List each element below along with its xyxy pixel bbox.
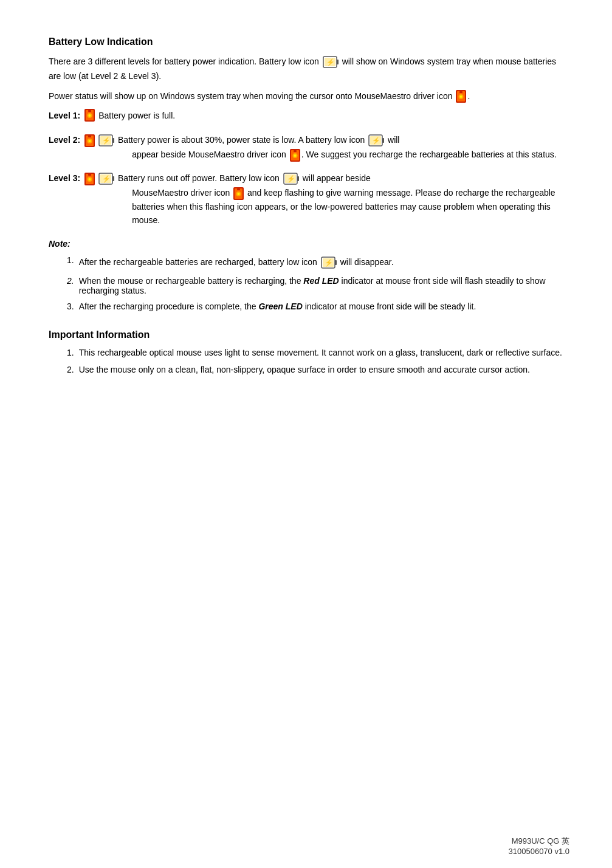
level3-icons: ⚡ (83, 171, 115, 186)
important1-number: 1. (67, 348, 74, 357)
red-led-label: Red LED (303, 276, 339, 286)
svg-rect-38 (112, 176, 114, 181)
battery-intro2: Power status will show up on Windows sys… (49, 89, 563, 103)
level3-row: Level 3: (49, 171, 563, 227)
driver-icon-level3b (233, 187, 244, 200)
note-item-2: 2. When the mouse or rechargeable batter… (67, 276, 563, 295)
svg-rect-36 (88, 174, 91, 176)
note2-number: 2. (67, 276, 74, 295)
svg-text:⚡: ⚡ (102, 174, 111, 183)
svg-rect-42 (297, 176, 299, 181)
svg-point-48 (238, 193, 240, 195)
svg-text:⚡: ⚡ (287, 174, 295, 183)
battery-low-icon-level3b: ⚡ (283, 171, 299, 186)
battery-section: Battery Low Indication There are 3 diffe… (49, 36, 563, 311)
driver-icon-level2a (84, 134, 95, 147)
battery-low-icon-intro: ⚡ (323, 55, 339, 69)
green-led-label: Green LED (258, 301, 302, 311)
svg-rect-13 (88, 110, 91, 112)
svg-point-12 (89, 114, 91, 117)
svg-rect-24 (382, 138, 384, 143)
footer-version: 3100506070 v1.0 (509, 847, 569, 856)
level2-content: ⚡ Battery power is about 30%, power stat… (83, 133, 557, 162)
note3-text: After the recharging procedure is comple… (79, 301, 476, 311)
level3-content: ⚡ Battery runs out off power. Battery lo… (83, 171, 563, 227)
svg-rect-18 (88, 136, 91, 137)
driver-icon-level3a (84, 173, 95, 185)
driver-icon-intro (456, 90, 466, 103)
svg-text:⚡: ⚡ (325, 258, 333, 267)
important2-number: 2. (67, 365, 74, 374)
level2-icons: ⚡ (83, 133, 115, 148)
important-item-2: 2. Use the mouse only on a clean, flat, … (67, 365, 563, 374)
level1-icons (83, 109, 96, 122)
svg-rect-31 (294, 150, 297, 152)
svg-rect-8 (459, 91, 462, 93)
svg-point-35 (89, 178, 91, 181)
svg-text:⚡: ⚡ (372, 136, 380, 145)
note-item-1: 1. After the rechargeable batteries are … (67, 255, 563, 270)
battery-low-icon-level3a: ⚡ (98, 171, 114, 186)
note3-number: 3. (67, 301, 74, 311)
note1-number: 1. (67, 255, 74, 270)
svg-rect-20 (112, 138, 114, 143)
level1-label: Level 1: (49, 109, 80, 123)
important-section: Important Information 1. This rechargeab… (49, 329, 563, 374)
note1-text: After the rechargeable batteries are rec… (79, 255, 394, 270)
level2-row: Level 2: (49, 133, 563, 162)
level2-extra: appear beside MouseMaestro driver icon .… (132, 148, 557, 162)
svg-rect-51 (335, 260, 337, 265)
level3-label: Level 3: (49, 171, 80, 186)
important-list: 1. This rechargeable optical mouse uses … (67, 348, 563, 374)
level1-row: Level 1: Battery power is full. (49, 109, 563, 123)
note2-text: When the mouse or rechargeable battery i… (79, 276, 563, 295)
footer: M993U/C QG 英 3100506070 v1.0 (509, 836, 569, 856)
note-list: 1. After the rechargeable batteries are … (67, 255, 563, 311)
footer-model: M993U/C QG 英 (509, 836, 569, 847)
svg-point-17 (89, 140, 91, 142)
battery-section-title: Battery Low Indication (49, 36, 563, 47)
important-item-1: 1. This rechargeable optical mouse uses … (67, 348, 563, 357)
svg-text:⚡: ⚡ (102, 136, 111, 145)
svg-rect-49 (237, 188, 240, 190)
battery-intro1: There are 3 different levels for battery… (49, 55, 563, 83)
driver-icon-level2b (290, 149, 300, 162)
level1-text: Battery power is full. (98, 109, 175, 123)
svg-point-7 (460, 95, 462, 98)
level3-extra: MouseMaestro driver icon and keep flashi… (132, 186, 563, 227)
level2-label: Level 2: (49, 133, 80, 148)
important-section-title: Important Information (49, 329, 563, 340)
battery-low-icon-note1: ⚡ (321, 255, 337, 270)
important1-text: This rechargeable optical mouse uses lig… (79, 348, 562, 357)
battery-low-icon-level2a: ⚡ (98, 133, 114, 148)
note-label: Note: (49, 237, 563, 250)
important2-text: Use the mouse only on a clean, flat, non… (79, 365, 530, 374)
driver-icon-level1 (84, 109, 95, 122)
svg-text:⚡: ⚡ (326, 58, 335, 66)
battery-low-icon-level2b: ⚡ (368, 133, 384, 148)
note-item-3: 3. After the recharging procedure is com… (67, 301, 563, 311)
svg-rect-1 (337, 60, 339, 64)
svg-point-30 (294, 154, 296, 157)
